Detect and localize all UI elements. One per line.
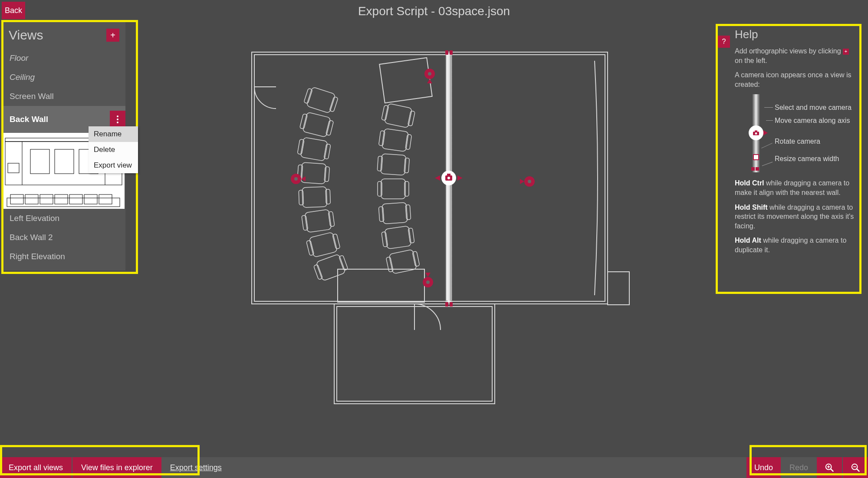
svg-rect-53: [316, 254, 345, 281]
help-tip-alt: Hold Alt while dragging a camera to dupl…: [735, 236, 856, 254]
svg-point-96: [528, 180, 531, 183]
help-toggle-button[interactable]: ?: [718, 36, 730, 48]
plus-icon: +: [843, 49, 849, 55]
svg-point-93: [294, 177, 298, 181]
svg-point-81: [447, 177, 450, 179]
help-label-resize: Resize camera width: [775, 155, 839, 163]
svg-rect-44: [302, 187, 327, 208]
svg-rect-85: [450, 50, 453, 55]
svg-rect-47: [305, 209, 332, 232]
resize-handle-icon: [751, 167, 761, 171]
zoom-out-button[interactable]: [843, 457, 868, 478]
svg-rect-29: [338, 269, 424, 302]
view-item-floor[interactable]: Floor: [3, 49, 125, 68]
page-title: Export Script - 03space.json: [0, 4, 868, 18]
dots-icon: [117, 115, 118, 117]
context-menu-export-view[interactable]: Export view: [89, 158, 138, 173]
view-item-label: Back Wall: [10, 115, 48, 124]
rotate-handle-icon: [753, 154, 759, 160]
more-button[interactable]: [110, 111, 125, 128]
svg-line-105: [857, 469, 859, 471]
svg-marker-95: [520, 179, 524, 184]
view-item-left-elevation[interactable]: Left Elevation: [3, 209, 125, 228]
svg-rect-68: [382, 202, 408, 224]
svg-point-20: [755, 132, 757, 135]
svg-rect-86: [445, 302, 448, 307]
export-all-views-button[interactable]: Export all views: [0, 457, 72, 478]
zoom-in-button[interactable]: [817, 457, 842, 478]
svg-marker-82: [457, 175, 463, 181]
help-tip-shift: Hold Shift while dragging a camera to re…: [735, 203, 856, 231]
context-menu: Rename Delete Export view: [89, 126, 138, 173]
help-label-rotate: Rotate camera: [775, 138, 820, 145]
export-settings-link[interactable]: Export settings: [161, 457, 230, 478]
zoom-in-icon: [825, 463, 834, 472]
view-item-screen-wall[interactable]: Screen Wall: [3, 87, 125, 106]
svg-point-90: [428, 72, 431, 76]
view-item-right-elevation[interactable]: Right Elevation: [3, 247, 125, 266]
svg-rect-65: [381, 179, 405, 199]
help-label-axis: Move camera along axis: [775, 117, 850, 125]
svg-marker-83: [435, 175, 440, 181]
svg-rect-80: [447, 174, 450, 176]
bottom-bar: Export all views View files in explorer …: [0, 457, 868, 478]
help-panel: Help Add orthographic views by clicking …: [735, 28, 856, 260]
svg-marker-89: [427, 79, 432, 83]
svg-rect-28: [379, 58, 432, 103]
svg-rect-71: [385, 226, 411, 249]
svg-rect-50: [309, 232, 337, 257]
bottom-bar-right: Undo Redo: [746, 457, 868, 478]
view-files-in-explorer-button[interactable]: View files in explorer: [72, 457, 161, 478]
svg-line-101: [831, 469, 833, 471]
svg-rect-38: [300, 137, 328, 161]
views-title: Views: [9, 28, 43, 43]
svg-rect-87: [450, 302, 453, 307]
context-menu-delete[interactable]: Delete: [89, 142, 138, 158]
help-p2: A camera icon appears once a view is cre…: [735, 70, 856, 89]
help-camera-diagram: Select and move camera Move camera along…: [735, 94, 848, 172]
svg-rect-32: [306, 87, 335, 113]
svg-rect-24: [608, 272, 629, 305]
context-menu-rename[interactable]: Rename: [89, 126, 138, 142]
camera-icon: [749, 125, 763, 140]
svg-point-99: [426, 280, 430, 284]
help-label-select: Select and move camera: [775, 104, 852, 112]
view-item-ceiling[interactable]: Ceiling: [3, 68, 125, 87]
add-view-button[interactable]: +: [106, 29, 119, 42]
svg-rect-19: [755, 131, 757, 132]
view-item-back-wall-2[interactable]: Back Wall 2: [3, 228, 125, 247]
svg-rect-84: [445, 50, 448, 55]
svg-rect-62: [381, 154, 406, 175]
zoom-out-icon: [851, 463, 860, 472]
svg-rect-59: [382, 129, 409, 152]
camera-marker-selected: [435, 171, 463, 185]
help-tip-ctrl: Hold Ctrl while dragging a camera to mak…: [735, 178, 856, 197]
svg-marker-98: [425, 273, 431, 277]
views-header: Views +: [3, 22, 125, 49]
svg-rect-35: [302, 112, 331, 137]
undo-button[interactable]: Undo: [746, 457, 781, 478]
floorplan-canvas[interactable]: [152, 26, 707, 417]
redo-button: Redo: [782, 457, 816, 478]
help-p1: Add orthographic views by clicking + on …: [735, 46, 856, 65]
help-title: Help: [735, 28, 856, 41]
